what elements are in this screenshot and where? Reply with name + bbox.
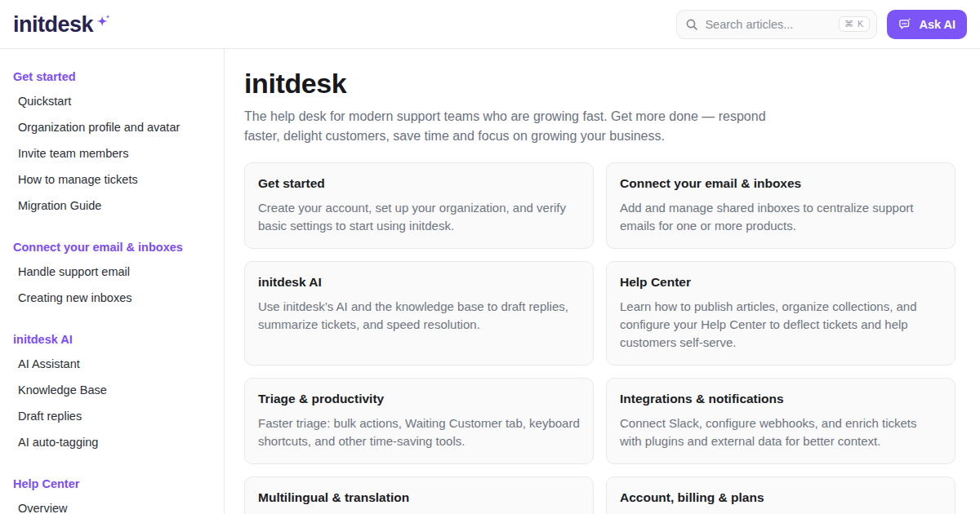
- main-content: initdesk The help desk for modern suppor…: [225, 49, 980, 514]
- sidebar-item-ai-auto-tagging[interactable]: AI auto-tagging: [13, 429, 211, 455]
- card-account-billing-plans[interactable]: Account, billing & plans Understand pric…: [606, 476, 956, 514]
- sidebar-item-ai-assistant[interactable]: AI Assistant: [13, 351, 211, 377]
- sidebar-item-creating-new-inboxes[interactable]: Creating new inboxes: [13, 285, 211, 311]
- card-title: initdesk AI: [258, 275, 580, 290]
- search-input[interactable]: Search articles... ⌘ K: [676, 10, 877, 39]
- sidebar-item-knowledge-base[interactable]: Knowledge Base: [13, 377, 211, 403]
- sidebar-heading-get-started[interactable]: Get started: [13, 70, 211, 88]
- card-initdesk-ai[interactable]: initdesk AI Use initdesk’s AI and the kn…: [244, 261, 594, 366]
- sidebar-section-help-center: Help Center Overview: [13, 477, 211, 514]
- sidebar-heading-help-center[interactable]: Help Center: [13, 477, 211, 495]
- card-title: Get started: [258, 176, 580, 191]
- sparkle-icon: [95, 12, 113, 30]
- top-header: initdesk Search articles... ⌘ K: [0, 0, 980, 49]
- sidebar-heading-connect-email[interactable]: Connect your email & inboxes: [13, 241, 211, 259]
- sidebar-item-organization-profile[interactable]: Organization profile and avatar: [13, 114, 211, 140]
- logo[interactable]: initdesk: [13, 11, 113, 38]
- chat-sparkle-icon: [898, 17, 912, 31]
- card-get-started[interactable]: Get started Create your account, set up …: [244, 162, 594, 249]
- sidebar-item-handle-support-email[interactable]: Handle support email: [13, 259, 211, 285]
- sidebar-item-migration-guide[interactable]: Migration Guide: [13, 193, 211, 219]
- card-body: Add and manage shared inboxes to central…: [620, 199, 942, 235]
- search-shortcut-badge: ⌘ K: [839, 16, 870, 32]
- card-multilingual-translation[interactable]: Multilingual & translation Translate mes…: [244, 476, 594, 514]
- ask-ai-button[interactable]: Ask AI: [887, 10, 967, 39]
- sidebar-item-overview[interactable]: Overview: [13, 495, 211, 514]
- sidebar-section-get-started: Get started Quickstart Organization prof…: [13, 70, 211, 219]
- card-title: Help Center: [620, 275, 942, 290]
- sidebar-heading-initdesk-ai[interactable]: initdesk AI: [13, 333, 211, 351]
- card-connect-email[interactable]: Connect your email & inboxes Add and man…: [606, 162, 956, 249]
- logo-text: initdesk: [13, 11, 93, 38]
- card-body: Create your account, set up your organiz…: [258, 199, 580, 235]
- header-actions: Search articles... ⌘ K Ask AI: [676, 10, 967, 39]
- sidebar-section-initdesk-ai: initdesk AI AI Assistant Knowledge Base …: [13, 333, 211, 455]
- card-body: Use initdesk’s AI and the knowledge base…: [258, 298, 580, 334]
- card-title: Account, billing & plans: [620, 490, 942, 505]
- card-title: Connect your email & inboxes: [620, 176, 942, 191]
- sidebar-item-how-to-manage-tickets[interactable]: How to manage tickets: [13, 166, 211, 193]
- card-body: Learn how to publish articles, organize …: [620, 298, 942, 352]
- ask-ai-label: Ask AI: [919, 18, 956, 31]
- sidebar-nav: Get started Quickstart Organization prof…: [0, 49, 225, 514]
- card-triage-productivity[interactable]: Triage & productivity Faster triage: bul…: [244, 378, 594, 464]
- topic-card-grid: Get started Create your account, set up …: [244, 162, 956, 514]
- page-subtitle: The help desk for modern support teams w…: [244, 107, 800, 146]
- card-title: Multilingual & translation: [258, 490, 580, 505]
- sidebar-item-quickstart[interactable]: Quickstart: [13, 88, 211, 114]
- search-placeholder: Search articles...: [705, 18, 832, 31]
- sidebar-item-invite-team-members[interactable]: Invite team members: [13, 140, 211, 166]
- card-title: Triage & productivity: [258, 392, 580, 406]
- sidebar-section-connect-email: Connect your email & inboxes Handle supp…: [13, 241, 211, 311]
- card-help-center[interactable]: Help Center Learn how to publish article…: [606, 261, 956, 366]
- card-title: Integrations & notifications: [620, 392, 942, 406]
- sidebar-item-draft-replies[interactable]: Draft replies: [13, 403, 211, 429]
- card-integrations-notifications[interactable]: Integrations & notifications Connect Sla…: [606, 378, 956, 464]
- card-body: Faster triage: bulk actions, Waiting Cus…: [258, 414, 580, 450]
- search-icon: [685, 18, 698, 31]
- card-body: Connect Slack, configure webhooks, and e…: [620, 414, 942, 450]
- content-area: Get started Quickstart Organization prof…: [0, 49, 980, 514]
- page-title: initdesk: [244, 67, 956, 100]
